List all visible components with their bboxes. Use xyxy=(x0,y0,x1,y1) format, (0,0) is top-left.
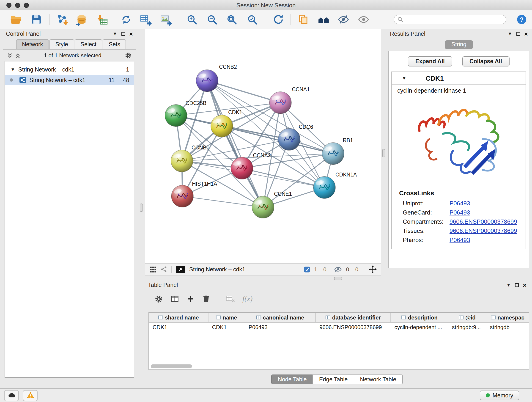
column-header-name[interactable]: name xyxy=(208,313,245,322)
close-panel-icon[interactable]: × xyxy=(129,31,133,37)
column-header-shared-name[interactable]: shared name xyxy=(149,313,208,322)
network-node-HIST1H1A[interactable] xyxy=(171,185,193,207)
crosslink-link-tissues[interactable]: 9606.ENSP00000378699 xyxy=(450,227,517,234)
delete-column-trash-icon[interactable] xyxy=(202,295,210,303)
close-window-button[interactable] xyxy=(6,2,12,7)
network-edge[interactable] xyxy=(182,196,263,207)
network-collection-row[interactable]: ▼ String Network – cdk1 1 xyxy=(5,64,134,75)
tab-sets[interactable]: Sets xyxy=(103,39,126,49)
cell-description[interactable]: cyclin-dependent ... xyxy=(391,323,448,332)
network-node-CCNB1[interactable] xyxy=(171,150,193,172)
collapse-all-button[interactable]: Collapse All xyxy=(462,56,509,66)
export-table-button[interactable] xyxy=(138,12,153,27)
network-node-CDK1[interactable] xyxy=(211,115,233,137)
network-view-icon[interactable] xyxy=(160,266,167,273)
hide-selected-button[interactable] xyxy=(336,12,351,27)
network-node-RB1[interactable] xyxy=(322,143,344,165)
tab-style[interactable]: Style xyxy=(50,39,74,49)
column-header-id[interactable]: @id xyxy=(448,313,486,322)
results-tab-string[interactable]: String xyxy=(445,40,473,49)
close-panel-icon[interactable]: × xyxy=(524,31,528,37)
collapse-all-icon[interactable] xyxy=(7,52,13,58)
annotations-button[interactable] xyxy=(295,12,311,27)
export-image-button[interactable] xyxy=(158,12,174,27)
cloud-button[interactable] xyxy=(4,390,19,401)
bottom-splitter-handle[interactable] xyxy=(334,277,342,280)
add-column-icon[interactable] xyxy=(186,295,195,303)
function-builder-icon[interactable]: f(x) xyxy=(242,295,253,303)
float-panel-icon[interactable]: ▼ xyxy=(113,32,117,36)
cell-namespace[interactable]: stringdb xyxy=(486,323,529,332)
import-network-file-button[interactable] xyxy=(55,12,70,27)
network-edge[interactable] xyxy=(207,81,280,103)
show-columns-icon[interactable] xyxy=(171,294,179,303)
network-node-CDC6[interactable] xyxy=(278,128,300,150)
float-panel-icon[interactable]: ▼ xyxy=(508,32,512,36)
close-panel-icon[interactable]: × xyxy=(523,282,526,288)
column-header-description[interactable]: description xyxy=(391,313,448,322)
crosslink-link-uniprot[interactable]: P06493 xyxy=(450,200,470,206)
save-session-button[interactable] xyxy=(28,12,44,27)
cell-id[interactable]: stringdb:9... xyxy=(448,323,486,332)
network-node-CCNA2[interactable] xyxy=(231,157,253,179)
birdseye-view-button[interactable] xyxy=(176,266,185,273)
memory-button[interactable]: Memory xyxy=(480,390,519,400)
network-node-CCNB2[interactable] xyxy=(196,70,218,92)
protein-section-header[interactable]: ▼ CDK1 xyxy=(392,72,526,85)
search-box[interactable] xyxy=(394,15,506,24)
maximize-panel-icon[interactable] xyxy=(121,32,125,36)
help-button[interactable]: ? xyxy=(514,12,529,27)
tab-node-table[interactable]: Node Table xyxy=(272,375,313,384)
cell-shared-name[interactable]: CDK1 xyxy=(149,323,208,332)
right-splitter-handle[interactable] xyxy=(382,149,385,157)
first-neighbors-button[interactable] xyxy=(316,12,331,27)
tab-network[interactable]: Network xyxy=(16,39,49,49)
new-network-button[interactable] xyxy=(118,12,134,27)
show-all-button[interactable] xyxy=(355,12,371,27)
zoom-fit-button[interactable] xyxy=(224,12,240,27)
table-settings-gear-icon[interactable] xyxy=(154,294,163,303)
gear-icon[interactable] xyxy=(125,52,132,59)
tab-select[interactable]: Select xyxy=(75,39,102,49)
tree-expand-icon[interactable]: ▼ xyxy=(11,67,15,72)
search-input[interactable] xyxy=(405,16,506,23)
network-node-CCNA1[interactable] xyxy=(269,92,291,114)
cell-canonical-name[interactable]: P06493 xyxy=(245,323,316,332)
open-session-button[interactable] xyxy=(8,12,24,27)
hidden-eye-slash-icon[interactable] xyxy=(334,265,342,273)
column-header-canonical-name[interactable]: canonical name xyxy=(245,313,316,322)
grid-view-icon[interactable] xyxy=(150,266,156,273)
network-node-CDKN1A[interactable] xyxy=(313,177,336,198)
column-header-database-identifier[interactable]: database identifier xyxy=(316,313,391,322)
zoom-window-button[interactable] xyxy=(24,2,29,7)
zoom-selected-button[interactable] xyxy=(245,12,260,27)
warnings-button[interactable] xyxy=(23,390,38,401)
import-network-database-button[interactable] xyxy=(74,12,89,27)
crosslink-link-genecard[interactable]: P06493 xyxy=(450,209,470,216)
expand-all-icon[interactable] xyxy=(15,52,21,58)
minimize-window-button[interactable] xyxy=(15,2,20,7)
network-row-selected[interactable]: String Network – cdk1 11 48 xyxy=(5,75,134,85)
network-node-CCNE1[interactable] xyxy=(252,196,274,218)
float-panel-icon[interactable]: ▼ xyxy=(506,283,511,287)
network-graph[interactable]: CCNB2CCNA1CDC25BCDK1CDC6RB1CCNB1CCNA2CDK… xyxy=(145,29,381,263)
refresh-button[interactable] xyxy=(270,12,286,27)
maximize-panel-icon[interactable] xyxy=(515,283,519,287)
cell-database-identifier[interactable]: 9606.ENSP00000378699 xyxy=(316,323,391,332)
fit-content-crosshair-icon[interactable] xyxy=(369,265,377,273)
table-row[interactable]: CDK1 CDK1 P06493 9606.ENSP00000378699 cy… xyxy=(149,323,529,332)
left-splitter-handle[interactable] xyxy=(140,204,143,212)
cell-name[interactable]: CDK1 xyxy=(208,323,245,332)
import-table-button[interactable] xyxy=(94,12,110,27)
network-edge[interactable] xyxy=(207,81,263,207)
network-canvas[interactable]: CCNB2CCNA1CDC25BCDK1CDC6RB1CCNB1CCNA2CDK… xyxy=(145,29,381,263)
column-header-namespace[interactable]: namespac xyxy=(486,313,529,322)
crosslink-link-pharos[interactable]: P06493 xyxy=(450,236,470,243)
tab-edge-table[interactable]: Edge Table xyxy=(313,375,354,384)
maximize-panel-icon[interactable] xyxy=(516,32,520,36)
network-node-CDC25B[interactable] xyxy=(165,104,187,127)
zoom-in-button[interactable] xyxy=(184,12,200,27)
section-collapse-icon[interactable]: ▼ xyxy=(402,76,406,80)
selected-checkbox-icon[interactable] xyxy=(304,266,310,273)
crosslink-link-compartments[interactable]: 9606.ENSP00000378699 xyxy=(450,218,517,225)
